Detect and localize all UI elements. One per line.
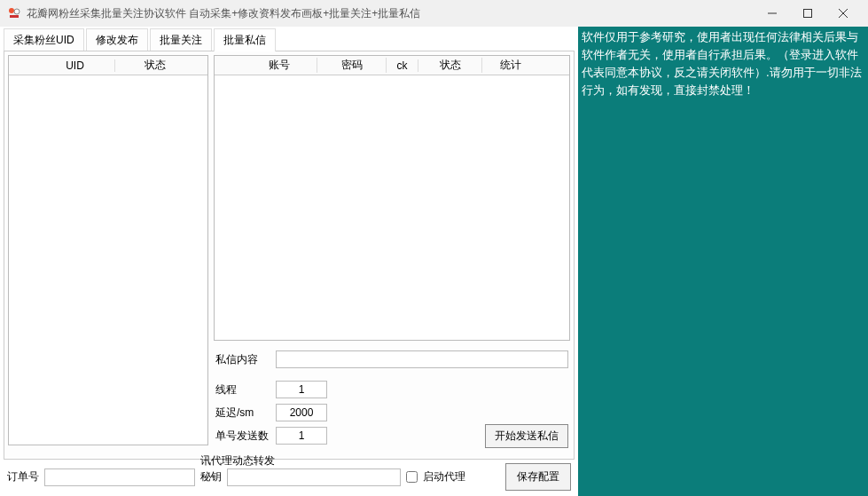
close-button[interactable] xyxy=(825,1,861,26)
svg-rect-2 xyxy=(10,15,19,18)
order-label: 订单号 xyxy=(7,469,39,484)
acc-col-stats[interactable]: 统计 xyxy=(482,58,539,73)
minimize-button[interactable] xyxy=(755,1,790,26)
tab-batch-dm[interactable]: 批量私信 xyxy=(214,28,276,51)
tab-batch-follow[interactable]: 批量关注 xyxy=(150,28,212,51)
per-account-input[interactable] xyxy=(276,427,327,445)
delay-label: 延迟/sm xyxy=(215,405,269,421)
window-controls xyxy=(755,1,861,26)
start-send-dm-button[interactable]: 开始发送私信 xyxy=(485,424,568,448)
svg-point-0 xyxy=(9,8,14,13)
tab-page-batch-dm: UID 状态 账号 密码 ck 状态 统计 xyxy=(4,51,575,460)
title-bar: 花瓣网粉丝采集批量关注协议软件 自动采集+修改资料发布画板+批量关注+批量私信 xyxy=(0,0,868,27)
dm-content-label: 私信内容 xyxy=(215,352,269,367)
save-config-button[interactable]: 保存配置 xyxy=(505,463,571,491)
notice-panel: 软件仅用于参考研究，使用者出现任何法律相关后果与软件作者无关，使用者自行承担后果… xyxy=(578,27,868,496)
delay-input[interactable] xyxy=(276,404,327,421)
account-listview[interactable]: 账号 密码 ck 状态 统计 xyxy=(214,55,570,341)
uid-listview-header: UID 状态 xyxy=(9,56,207,75)
maximize-button[interactable] xyxy=(790,1,825,26)
enable-proxy-label: 启动代理 xyxy=(423,469,465,484)
svg-point-1 xyxy=(14,9,20,14)
acc-col-status[interactable]: 状态 xyxy=(418,58,482,73)
secret-input[interactable] xyxy=(227,468,401,486)
tab-edit-publish[interactable]: 修改发布 xyxy=(86,28,148,51)
secret-label: 秘钥 xyxy=(200,470,222,483)
app-icon xyxy=(7,6,21,20)
acc-col-account[interactable]: 账号 xyxy=(241,58,317,73)
proxy-group-label: 讯代理动态转发 xyxy=(200,453,275,468)
notice-text: 软件仅用于参考研究，使用者出现任何法律相关后果与软件作者无关，使用者自行承担后果… xyxy=(582,28,864,100)
enable-proxy-checkbox[interactable] xyxy=(406,471,418,483)
uid-col-uid[interactable]: UID xyxy=(35,59,115,72)
thread-input[interactable] xyxy=(276,381,327,398)
svg-rect-4 xyxy=(804,10,812,18)
tab-collect-uid[interactable]: 采集粉丝UID xyxy=(4,28,84,51)
order-input[interactable] xyxy=(44,468,195,486)
uid-listview[interactable]: UID 状态 xyxy=(8,55,208,445)
per-account-label: 单号发送数 xyxy=(215,429,276,444)
account-listview-header: 账号 密码 ck 状态 统计 xyxy=(215,56,569,75)
window-title: 花瓣网粉丝采集批量关注协议软件 自动采集+修改资料发布画板+批量关注+批量私信 xyxy=(27,6,755,21)
bottom-bar: 订单号 讯代理动态转发 秘钥 启动代理 保存配置 xyxy=(4,460,575,491)
acc-col-ck[interactable]: ck xyxy=(387,59,418,72)
dm-content-input[interactable] xyxy=(276,350,568,368)
acc-col-password[interactable]: 密码 xyxy=(317,58,387,73)
tab-strip: 采集粉丝UID 修改发布 批量关注 批量私信 xyxy=(4,28,575,51)
uid-col-status[interactable]: 状态 xyxy=(115,58,195,73)
thread-label: 线程 xyxy=(215,382,269,398)
